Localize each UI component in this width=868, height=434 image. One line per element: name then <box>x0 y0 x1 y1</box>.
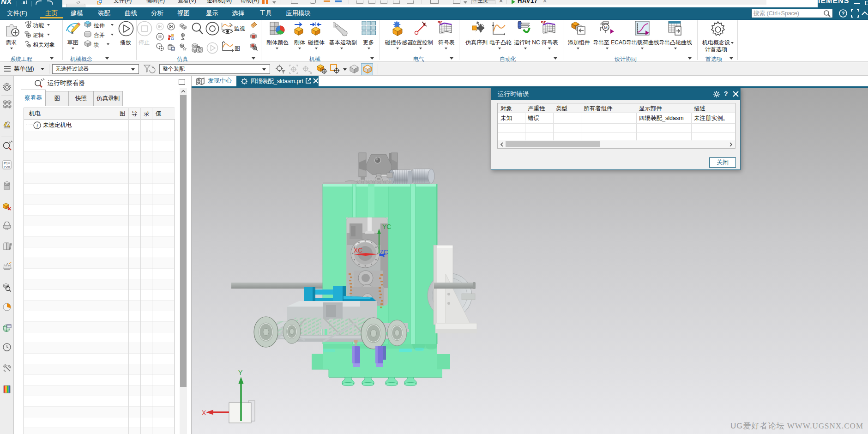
svg-text:?: ? <box>842 11 845 16</box>
svg-text:i: i <box>36 123 38 128</box>
svg-text:M: M <box>604 25 608 30</box>
svg-text:XC: XC <box>354 247 362 254</box>
svg-text:Y: Y <box>238 369 243 376</box>
svg-text:ZC: ZC <box>380 248 388 256</box>
svg-text:X: X <box>202 409 206 416</box>
svg-text:P2=: P2= <box>4 165 10 169</box>
svg-text:YC: YC <box>382 223 391 230</box>
